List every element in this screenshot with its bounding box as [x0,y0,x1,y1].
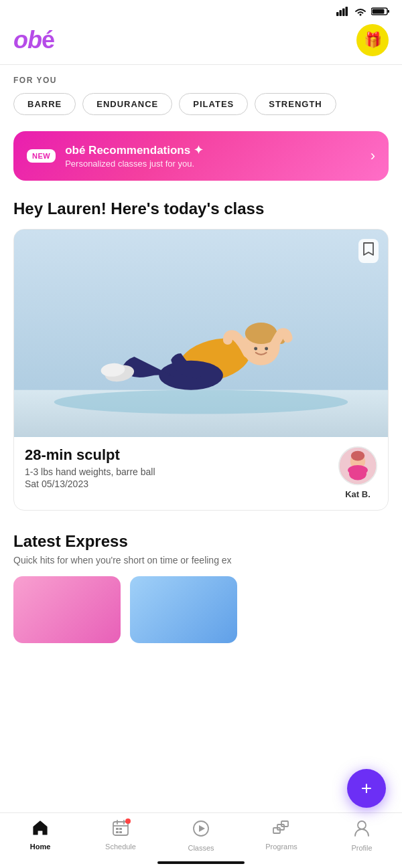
gift-button[interactable]: 🎁 [356,24,389,56]
svg-rect-7 [373,9,385,14]
svg-point-24 [348,465,368,475]
latest-express-subtitle: Quick hits for when you're short on time… [0,555,402,576]
rec-title: obé Recommendations ✦ [65,143,203,157]
svg-rect-37 [281,821,288,827]
svg-rect-35 [273,828,280,833]
nav-label-schedule: Schedule [105,843,136,851]
express-card-2[interactable] [130,576,237,643]
app-header: obé 🎁 [0,19,402,64]
nav-label-programs: Programs [265,843,297,851]
instructor-name: Kat B. [345,489,371,499]
rec-chevron-icon: › [371,147,375,165]
nav-item-home[interactable]: Home [0,820,80,852]
gift-icon: 🎁 [364,31,382,49]
express-card-row [0,576,402,643]
class-info: 28-min sculpt 1-3 lbs hand weights, barr… [14,437,388,510]
class-date: Sat 05/13/2023 [25,479,155,489]
instructor: Kat B. [338,446,377,499]
svg-point-22 [351,451,364,461]
bookmark-icon[interactable] [358,239,379,263]
today-class-heading: Hey Lauren! Here's today's class [0,197,402,229]
nav-label-home: Home [30,843,51,851]
classes-icon [192,820,210,841]
new-badge: NEW [27,149,56,163]
class-details: 28-min sculpt 1-3 lbs hand weights, barr… [25,446,155,489]
nav-label-profile: Profile [351,844,372,852]
pill-strength[interactable]: STRENGTH [255,93,336,115]
svg-point-10 [54,390,348,414]
svg-rect-36 [277,824,284,830]
svg-point-18 [254,347,257,350]
bottom-nav: Home Schedule [0,812,402,868]
svg-rect-31 [116,831,119,833]
home-icon [31,820,49,840]
nav-item-classes[interactable]: Classes [161,820,241,852]
nav-item-programs[interactable]: Programs [241,820,322,852]
express-card-1[interactable] [13,576,121,643]
pill-barre[interactable]: BARRE [13,93,76,115]
header-divider [0,64,402,65]
schedule-notification-dot [125,818,131,824]
svg-rect-3 [346,7,348,16]
nav-item-schedule[interactable]: Schedule [80,820,161,852]
svg-point-19 [265,347,268,350]
fab-plus-icon: + [361,778,372,799]
home-indicator [157,861,245,864]
class-card[interactable]: 28-min sculpt 1-3 lbs hand weights, barr… [13,229,389,511]
svg-rect-2 [342,9,345,17]
svg-point-38 [358,821,366,829]
nav-item-profile[interactable]: Profile [322,820,402,852]
status-bar [0,0,402,19]
svg-rect-1 [340,10,342,16]
svg-rect-0 [336,12,339,16]
pill-pilates[interactable]: PILATES [179,93,248,115]
filter-pills-container: BARRE ENDURANCE PILATES STRENGTH [0,93,402,128]
class-title: 28-min sculpt [25,446,155,464]
profile-icon [354,820,370,841]
battery-icon [371,7,390,16]
instructor-avatar [338,446,377,485]
svg-rect-30 [119,828,122,830]
fab-button[interactable]: + [347,769,386,808]
schedule-icon [112,820,129,840]
svg-rect-6 [388,10,390,13]
for-you-label: FOR YOU [0,76,402,93]
signal-icon [336,7,350,16]
svg-marker-34 [199,825,205,832]
pill-endurance[interactable]: ENDURANCE [82,93,172,115]
rec-subtitle: Personalized classes just for you. [65,159,203,169]
wifi-icon [354,7,367,16]
programs-icon [272,820,291,840]
recommendations-banner[interactable]: NEW obé Recommendations ✦ Personalized c… [13,131,389,181]
class-image [14,230,388,437]
nav-label-classes: Classes [188,844,214,852]
workout-svg [14,230,388,437]
latest-express-header: Latest Express [0,521,402,555]
svg-point-4 [360,14,362,16]
svg-rect-32 [119,831,122,833]
app-logo: obé [13,26,54,54]
svg-rect-29 [116,828,119,830]
class-meta: 1-3 lbs hand weights, barre ball [25,466,155,477]
latest-express-title: Latest Express [13,532,128,551]
